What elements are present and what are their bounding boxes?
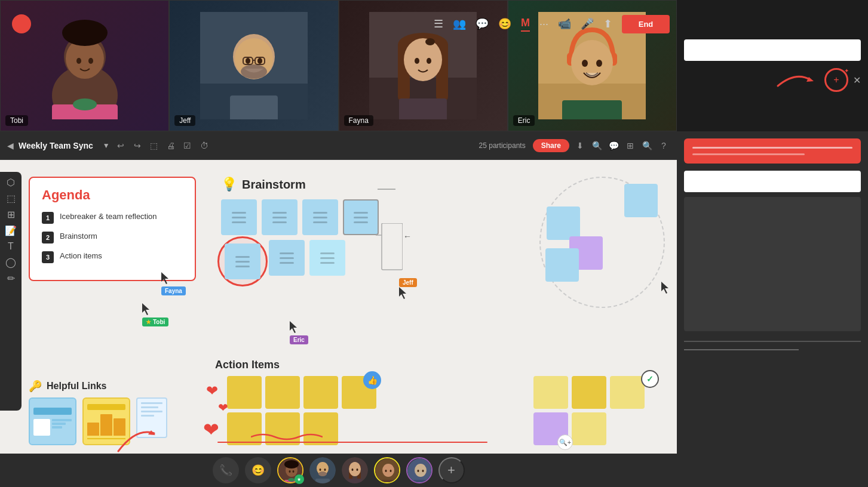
cursor-label-tobi: ★ Tobi xyxy=(142,318,168,326)
search-canvas-icon[interactable]: 🔍 xyxy=(591,140,603,152)
print-icon[interactable]: 🖨 xyxy=(165,140,177,152)
agenda-text-2: Brainstorm xyxy=(60,231,97,242)
frame-icon[interactable]: ⬚ xyxy=(148,140,160,152)
comment-icon[interactable]: 💬 xyxy=(608,140,619,152)
redo-icon[interactable]: ↪ xyxy=(131,140,143,152)
agenda-num-2: 2 xyxy=(42,232,54,244)
panel-promo-banner xyxy=(684,138,861,164)
cursor-eric: Eric xyxy=(290,321,308,344)
star-badge: ★ xyxy=(295,474,304,484)
svg-point-35 xyxy=(596,60,602,67)
icon-camera[interactable]: 📹 xyxy=(558,17,571,30)
action-sticky-2[interactable] xyxy=(265,376,300,409)
svg-rect-36 xyxy=(562,100,622,119)
right-sticky-2[interactable] xyxy=(572,376,606,409)
icon-mic[interactable]: 🎤 xyxy=(581,17,594,30)
avatar-jeff[interactable] xyxy=(309,457,336,483)
action-items-title: Action Items xyxy=(215,359,490,371)
title-dropdown-icon[interactable]: ▼ xyxy=(103,141,110,150)
icon-chat[interactable]: 💬 xyxy=(476,17,489,30)
avatar-fayna[interactable] xyxy=(342,457,368,483)
svg-point-42 xyxy=(289,470,290,473)
sticky-b1[interactable] xyxy=(221,199,257,235)
icon-share-screen[interactable]: ⬆ xyxy=(603,17,612,30)
avatar-user5[interactable] xyxy=(406,457,433,483)
sidebar-tool-grid[interactable]: ⊞ xyxy=(7,209,15,220)
svg-rect-69 xyxy=(413,480,428,483)
panel-close-button[interactable]: ✕ xyxy=(853,75,861,86)
action-sticky-1[interactable] xyxy=(227,376,262,409)
board-title: Weekly Team Sync xyxy=(19,141,93,150)
action-items-section: Action Items ❤ ❤ ❤ 👍 xyxy=(215,359,490,445)
sidebar-tool-pen[interactable]: ✏ xyxy=(7,273,15,284)
participant-count: 25 participants xyxy=(479,141,526,150)
svg-point-51 xyxy=(318,471,327,476)
panel-divider-2 xyxy=(684,349,799,350)
agenda-num-1: 1 xyxy=(42,212,54,224)
icon-miro[interactable]: M xyxy=(521,17,530,32)
sidebar-tool-text[interactable]: T xyxy=(8,241,14,252)
avatar-tobi[interactable]: ★ xyxy=(277,457,303,483)
thumbs-up-badge: 👍 xyxy=(363,371,381,389)
icon-reaction[interactable]: 😊 xyxy=(498,17,511,30)
sidebar-tool-arrow[interactable]: ⬡ xyxy=(7,177,15,188)
grid-icon[interactable]: ⊞ xyxy=(624,140,636,152)
add-participant-button[interactable]: + xyxy=(438,457,465,483)
share-button[interactable]: Share xyxy=(533,139,569,152)
toolbar: ◀ Weekly Team Sync ▼ ↩ ↪ ⬚ 🖨 ☑ ⏱ 25 part… xyxy=(0,131,677,160)
svg-point-46 xyxy=(288,478,295,482)
right-sticky-4[interactable] xyxy=(572,412,606,445)
action-sticky-4[interactable]: 👍 xyxy=(342,376,376,409)
sidebar-tool-frame[interactable]: ⬚ xyxy=(7,193,16,204)
help-icon[interactable]: ? xyxy=(658,140,670,152)
agenda-text-3: Action items xyxy=(60,251,102,261)
sticky-b3[interactable] xyxy=(302,199,338,235)
undo-icon[interactable]: ↩ xyxy=(115,140,127,152)
heart-2: ❤ xyxy=(218,400,228,415)
sticky-b6[interactable] xyxy=(309,240,345,276)
cluster-sticky-4[interactable] xyxy=(545,248,579,282)
svg-point-7 xyxy=(73,98,97,110)
sticky-b5[interactable] xyxy=(269,240,305,276)
svg-point-56 xyxy=(349,462,361,476)
cluster-sticky-1[interactable] xyxy=(624,184,658,217)
svg-rect-38 xyxy=(382,223,403,270)
action-sticky-3[interactable] xyxy=(303,376,338,409)
sidebar-tool-sticky[interactable]: 📝 xyxy=(5,225,17,236)
sidebar-tool-shape[interactable]: ◯ xyxy=(5,257,16,268)
sticky-b4[interactable] xyxy=(343,199,379,235)
end-call-button[interactable]: End xyxy=(622,15,670,33)
right-cluster xyxy=(539,177,665,308)
timer-icon[interactable]: ⏱ xyxy=(198,140,210,152)
zoom-icon[interactable]: 🔍 xyxy=(641,140,653,152)
icon-list[interactable]: ☰ xyxy=(434,17,443,30)
brainstorm-section: 💡 Brainstorm xyxy=(221,177,379,288)
panel-add-icon[interactable]: + ✦ xyxy=(824,68,848,92)
svg-point-43 xyxy=(292,470,294,473)
sticky-b2[interactable] xyxy=(262,199,297,235)
cursor-label-eric: Eric xyxy=(290,335,308,344)
right-sticky-1[interactable] xyxy=(533,376,568,409)
export-icon[interactable]: ⬇ xyxy=(574,140,586,152)
check-icon[interactable]: ☑ xyxy=(182,140,194,152)
right-sticky-3[interactable] xyxy=(610,376,645,409)
svg-rect-18 xyxy=(230,95,278,119)
panel-search-input[interactable] xyxy=(684,39,861,61)
panel-search-box[interactable] xyxy=(684,171,861,192)
emoji-button[interactable]: 😊 xyxy=(245,457,271,483)
panel-content-area[interactable] xyxy=(684,197,861,331)
agenda-card: Agenda 1 Icebreaker & team reflection 2 … xyxy=(29,177,196,281)
link-card-1[interactable] xyxy=(29,397,76,445)
sticky-circled[interactable] xyxy=(221,240,264,283)
avatar-user4[interactable] xyxy=(374,457,400,483)
zoom-badge: 🔍+ xyxy=(557,434,573,450)
phone-button[interactable]: 📞 xyxy=(213,457,239,483)
nav-back-icon[interactable]: ◀ xyxy=(7,141,14,150)
svg-rect-28 xyxy=(399,98,447,119)
cluster-sticky-2[interactable] xyxy=(547,206,580,240)
icon-people[interactable]: 👥 xyxy=(453,17,466,30)
icon-more[interactable]: ··· xyxy=(539,18,548,30)
canvas-area: Agenda 1 Icebreaker & team reflection 2 … xyxy=(0,160,677,487)
right-sticky-purple[interactable]: 🔍+ xyxy=(533,412,568,445)
panel-divider-1 xyxy=(684,341,861,342)
